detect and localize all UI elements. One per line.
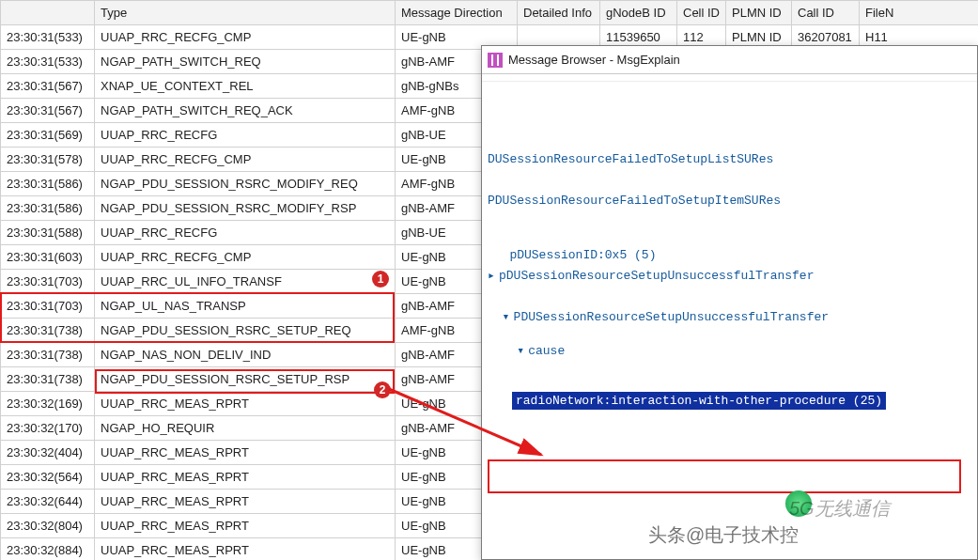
cell-type[interactable]: NGAP_PDU_SESSION_RSRC_MODIFY_RSP: [95, 196, 396, 221]
cell-type[interactable]: UUAP_RRC_MEAS_RPRT: [95, 441, 396, 465]
cell-type[interactable]: XNAP_UE_CONTEXT_REL: [95, 74, 396, 99]
col-plmnid[interactable]: PLMN ID: [726, 1, 792, 25]
cell-type[interactable]: NGAP_HO_REQUIR: [95, 416, 396, 441]
col-direction[interactable]: Message Direction: [396, 1, 518, 25]
app-icon: [488, 53, 503, 68]
col-cellid[interactable]: Cell ID: [677, 1, 726, 25]
cell-ts[interactable]: 23:30:31(738): [1, 343, 95, 367]
window-titlebar[interactable]: Message Browser - MsgExplain: [482, 46, 977, 74]
cell-type[interactable]: UUAP_RRC_RECFG: [95, 221, 396, 245]
window-menubar[interactable]: [482, 74, 977, 82]
cell-ts[interactable]: 23:30:31(703): [1, 270, 95, 294]
cell-ts[interactable]: 23:30:31(569): [1, 123, 95, 148]
cell-ts[interactable]: 23:30:32(170): [1, 416, 95, 441]
cell-ts[interactable]: 23:30:31(586): [1, 196, 95, 221]
window-title: Message Browser - MsgExplain: [508, 53, 680, 67]
tree-line[interactable]: ▾cause: [488, 341, 971, 362]
tree-line[interactable]: PDUSessionResourceFailedToSetupItemSURes: [488, 191, 971, 211]
cell-type[interactable]: NGAP_UL_NAS_TRANSP: [95, 294, 396, 319]
col-callid[interactable]: Call ID: [792, 1, 860, 25]
tree-selected-line[interactable]: radioNetwork:interaction-with-other-proc…: [512, 392, 971, 410]
cell-ts[interactable]: 23:30:32(169): [1, 392, 95, 416]
cell-type[interactable]: UUAP_RRC_RECFG_CMP: [95, 245, 396, 270]
cell-type[interactable]: UUAP_RRC_MEAS_RPRT: [95, 538, 396, 561]
cell-ts[interactable]: 23:30:31(703): [1, 294, 95, 319]
cell-ts[interactable]: 23:30:32(564): [1, 465, 95, 490]
cell-type[interactable]: NGAP_NAS_NON_DELIV_IND: [95, 343, 396, 367]
cell-ts[interactable]: 23:30:32(884): [1, 538, 95, 561]
highlight-box-3: [488, 459, 961, 493]
cell-type[interactable]: NGAP_PATH_SWITCH_REQ: [95, 50, 396, 74]
cell-type[interactable]: UUAP_RRC_MEAS_RPRT: [95, 514, 396, 538]
cell-ts[interactable]: 23:30:31(586): [1, 172, 95, 196]
cell-type[interactable]: UUAP_RRC_MEAS_RPRT: [95, 465, 396, 490]
cell-ts[interactable]: 23:30:31(738): [1, 319, 95, 343]
cell-ts[interactable]: 23:30:31(533): [1, 25, 95, 50]
cell-ts[interactable]: 23:30:31(533): [1, 50, 95, 74]
cell-type[interactable]: UUAP_RRC_RECFG: [95, 123, 396, 148]
cell-type[interactable]: UUAP_RRC_MEAS_RPRT: [95, 392, 396, 416]
col-detailed[interactable]: Detailed Info: [518, 1, 600, 25]
cell-ts[interactable]: 23:30:32(404): [1, 441, 95, 465]
message-browser-window[interactable]: Message Browser - MsgExplain DUSessionRe…: [481, 45, 978, 560]
table-header[interactable]: Type Message Direction Detailed Info gNo…: [1, 1, 979, 25]
cell-ts[interactable]: 23:30:31(578): [1, 148, 95, 172]
cell-ts[interactable]: 23:30:31(567): [1, 74, 95, 99]
tree-line[interactable]: DUSessionResourceFailedToSetupListSURes: [488, 149, 971, 170]
col-filename[interactable]: FileN: [860, 1, 979, 25]
col-timestamp[interactable]: [1, 1, 95, 25]
tree-line[interactable]: ▾PDUSessionResourceSetupUnsuccessfulTran…: [488, 307, 971, 328]
cell-type[interactable]: NGAP_PDU_SESSION_RSRC_SETUP_RSP: [95, 367, 396, 392]
expand-icon[interactable]: ▾: [503, 307, 514, 328]
cell-type[interactable]: UUAP_RRC_UL_INFO_TRANSF: [95, 270, 396, 294]
expand-icon[interactable]: ▾: [517, 341, 528, 362]
cell-ts[interactable]: 23:30:32(804): [1, 514, 95, 538]
cell-ts[interactable]: 23:30:31(603): [1, 245, 95, 270]
col-type[interactable]: Type: [95, 1, 396, 25]
message-tree[interactable]: DUSessionResourceFailedToSetupListSURes …: [482, 82, 977, 557]
cell-type[interactable]: UUAP_RRC_MEAS_RPRT: [95, 490, 396, 514]
collapse-icon[interactable]: ▸: [488, 266, 499, 287]
cell-type[interactable]: UUAP_RRC_RECFG_CMP: [95, 148, 396, 172]
cell-ts[interactable]: 23:30:32(644): [1, 490, 95, 514]
cell-ts[interactable]: 23:30:31(567): [1, 99, 95, 123]
cell-ts[interactable]: 23:30:31(738): [1, 367, 95, 392]
cell-type[interactable]: UUAP_RRC_RECFG_CMP: [95, 25, 396, 50]
tree-line[interactable]: ▸pDUSessionResourceSetupUnsuccessfulTran…: [488, 266, 971, 287]
cell-ts[interactable]: 23:30:31(588): [1, 221, 95, 245]
cell-type[interactable]: NGAP_PATH_SWITCH_REQ_ACK: [95, 99, 396, 123]
cell-type[interactable]: NGAP_PDU_SESSION_RSRC_SETUP_REQ: [95, 319, 396, 343]
cell-type[interactable]: NGAP_PDU_SESSION_RSRC_MODIFY_REQ: [95, 172, 396, 196]
col-gnodeb[interactable]: gNodeB ID: [600, 1, 677, 25]
tree-line[interactable]: pDUSessionID:0x5 (5): [488, 245, 971, 266]
